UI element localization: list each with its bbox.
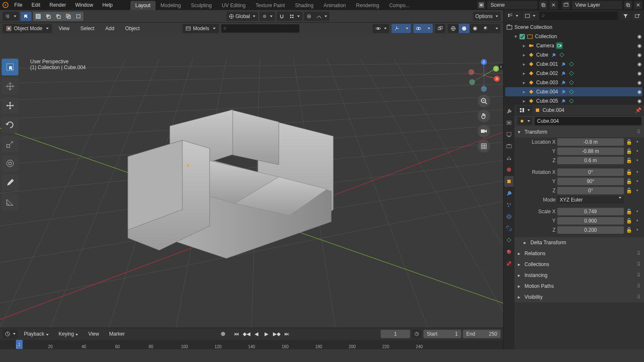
ptab-physics[interactable]: [504, 211, 514, 222]
scale-z[interactable]: 0.200: [557, 226, 624, 234]
lock-icon[interactable]: 🔓: [626, 227, 632, 233]
ptab-tool[interactable]: [504, 106, 514, 116]
snap-menu[interactable]: [287, 12, 302, 21]
viewlayer-browse-icon[interactable]: [562, 1, 570, 9]
asset-library[interactable]: Models: [182, 24, 219, 33]
expand-icon[interactable]: ▸: [522, 80, 526, 85]
visibility-icon[interactable]: ◉: [637, 43, 641, 49]
location-z[interactable]: 0.6 m: [557, 157, 624, 164]
keying-menu[interactable]: Keying: [55, 329, 83, 339]
3d-viewport[interactable]: User Perspective (1) Collection | Cube.0…: [0, 34, 503, 328]
tool-annotate[interactable]: [2, 174, 18, 191]
expand-icon[interactable]: ▸: [522, 43, 526, 49]
datablock-browse[interactable]: [517, 117, 532, 125]
select-menu[interactable]: Select: [76, 24, 99, 33]
gizmo-neg-z[interactable]: [481, 86, 487, 92]
scene-browse-icon[interactable]: [477, 1, 486, 9]
menu-file[interactable]: File: [10, 0, 26, 10]
ptab-constraints[interactable]: [504, 223, 514, 234]
relations-header[interactable]: ▸Relations⠿: [514, 248, 644, 259]
outliner-display-mode[interactable]: [522, 11, 538, 21]
visibility-icon[interactable]: ◉: [637, 70, 641, 76]
pivot-point[interactable]: [260, 12, 275, 21]
tab-layout[interactable]: Layout: [130, 1, 156, 10]
rotation-y[interactable]: 90°: [557, 178, 624, 185]
delta-transform-header[interactable]: ▸Delta Transform: [514, 237, 644, 248]
xray-toggle[interactable]: [435, 24, 445, 33]
pan-button[interactable]: [478, 110, 490, 122]
instancing-header[interactable]: ▸Instancing⠿: [514, 270, 644, 281]
rotation-x[interactable]: 0°: [557, 168, 624, 176]
timeline-track[interactable]: 1 1 20 40 60 80 100 120 140 160 180 200 …: [0, 340, 503, 349]
outliner-scene-collection[interactable]: Scene Collection: [505, 23, 642, 32]
lock-icon[interactable]: 🔓: [626, 178, 632, 184]
current-frame[interactable]: 1: [381, 330, 410, 338]
ptab-material[interactable]: [504, 246, 514, 257]
scale-x[interactable]: 0.749: [557, 208, 624, 215]
proportional-edit[interactable]: [304, 12, 314, 21]
gizmo-menu[interactable]: [402, 24, 411, 33]
outliner-item[interactable]: ▸Cube.002◉: [505, 69, 642, 78]
end-frame[interactable]: End250: [463, 330, 501, 338]
viewlayer-new-icon[interactable]: [624, 1, 632, 9]
collections-header[interactable]: ▸Collections⠿: [514, 259, 644, 270]
gizmo-toggle[interactable]: [392, 24, 402, 33]
scene-delete-icon[interactable]: ✕: [549, 1, 558, 9]
view-menu[interactable]: View: [55, 24, 74, 33]
motion-paths-header[interactable]: ▸Motion Paths⠿: [514, 281, 644, 292]
ptab-output[interactable]: [504, 129, 514, 140]
tool-measure[interactable]: [2, 194, 18, 210]
outliner-new-collection-icon[interactable]: [632, 11, 642, 21]
scene-new-icon[interactable]: [539, 1, 548, 9]
rotation-mode-select[interactable]: XYZ Euler: [557, 196, 624, 204]
lock-icon[interactable]: 🔓: [626, 169, 632, 175]
play-reverse-icon[interactable]: ◀: [252, 330, 261, 338]
lock-icon[interactable]: 🔓: [626, 158, 632, 163]
shading-wire-icon[interactable]: [448, 24, 459, 33]
view-layer-input[interactable]: [572, 1, 622, 9]
visibility-icon[interactable]: ◉: [637, 98, 641, 104]
timeline-editor-type[interactable]: [3, 329, 18, 339]
visibility-header[interactable]: ▸Visibility⠿: [514, 292, 644, 303]
tab-animation[interactable]: Animation: [319, 1, 351, 10]
ptab-object[interactable]: [504, 176, 514, 187]
outliner-item[interactable]: ▸Cube.005◉: [505, 96, 642, 105]
outliner-item[interactable]: ▸Camera◉: [505, 41, 642, 50]
tab-shading[interactable]: Shading: [290, 1, 319, 10]
visibility-icon[interactable]: ◉: [637, 89, 641, 95]
asset-search[interactable]: [221, 24, 299, 33]
ptab-viewlayer[interactable]: [504, 141, 514, 152]
tool-transform[interactable]: [2, 155, 18, 172]
select-box-icon[interactable]: [33, 12, 43, 21]
cursor-pivot-menu[interactable]: [3, 12, 19, 21]
mode-select[interactable]: Object Mode: [3, 24, 52, 33]
gizmo-x[interactable]: X: [494, 76, 500, 82]
scale-y[interactable]: 0.900: [557, 217, 624, 225]
play-icon[interactable]: ▶: [262, 330, 271, 338]
location-x[interactable]: -0.8 m: [557, 138, 624, 146]
ptab-scene[interactable]: [504, 153, 514, 163]
overlay-toggle[interactable]: [413, 24, 423, 33]
expand-icon[interactable]: ▸: [522, 98, 526, 104]
lock-icon[interactable]: 🔓: [626, 209, 632, 215]
tool-select-box[interactable]: [2, 59, 18, 75]
tab-rendering[interactable]: Rendering: [351, 1, 384, 10]
pin-icon[interactable]: 📌: [635, 107, 641, 113]
menu-window[interactable]: Window: [71, 0, 97, 10]
visibility-icon[interactable]: ◉: [637, 61, 641, 67]
rotation-z[interactable]: 0°: [557, 187, 624, 194]
gizmo-neg-x[interactable]: [468, 69, 474, 75]
expand-icon[interactable]: ▸: [522, 89, 526, 95]
visibility-icon[interactable]: ◉: [637, 52, 641, 58]
expand-icon[interactable]: ▾: [514, 34, 518, 39]
gizmo-neg-y[interactable]: [469, 79, 475, 85]
expand-icon[interactable]: ▸: [522, 52, 526, 58]
playback-menu[interactable]: Playback: [20, 329, 53, 339]
options-menu[interactable]: Options: [473, 12, 501, 21]
object-menu[interactable]: Object: [121, 24, 144, 33]
shading-rendered-icon[interactable]: [480, 24, 491, 33]
visibility-menu[interactable]: [373, 24, 389, 33]
tab-modeling[interactable]: Modeling: [156, 1, 186, 10]
select-tweak-icon[interactable]: [21, 12, 31, 21]
marker-menu[interactable]: Marker: [105, 329, 129, 339]
